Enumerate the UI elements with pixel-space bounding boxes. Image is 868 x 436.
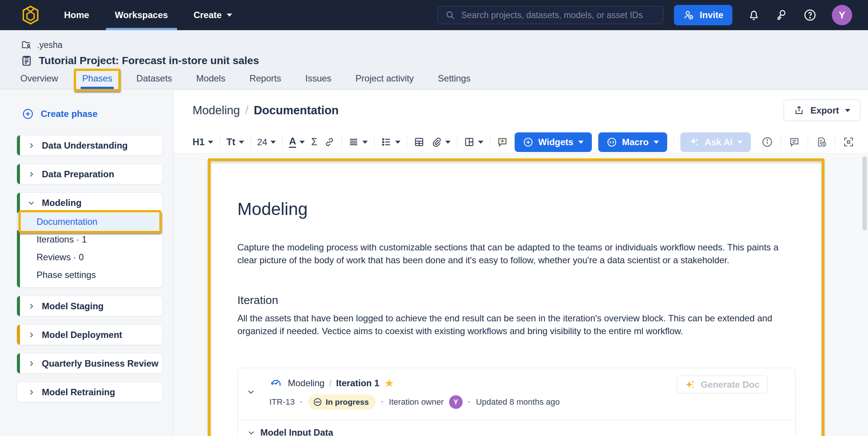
active-tab-underline — [81, 87, 114, 89]
create-phase-button[interactable]: Create phase — [22, 108, 173, 120]
info-button[interactable] — [761, 136, 773, 148]
chevron-down-icon — [845, 109, 850, 112]
chevron-down-icon — [478, 141, 483, 144]
page-title: Tutorial Project: Forecast in-store unit… — [39, 55, 259, 67]
global-search[interactable] — [437, 6, 663, 24]
invite-button[interactable]: Invite — [674, 5, 732, 25]
macro-button[interactable]: Macro — [598, 132, 667, 152]
document-annotation-highlight: Modeling Capture the modeling process wi… — [208, 158, 824, 436]
sidebar-item-phase-settings[interactable]: Phase settings — [17, 266, 162, 284]
plus-circle-icon — [22, 108, 34, 120]
breadcrumb: Modeling / Documentation — [193, 104, 339, 117]
editor-toolbar: H1 Tt 24 A Σ — [174, 131, 868, 154]
font-size-dropdown[interactable]: 24 — [257, 137, 276, 147]
add-comment-button[interactable] — [497, 136, 508, 148]
phase-status-accent — [17, 164, 20, 184]
fullscreen-icon — [843, 136, 854, 148]
chevron-down-icon — [737, 141, 743, 144]
info-icon — [761, 136, 773, 148]
tab-datasets[interactable]: Datasets — [135, 68, 174, 89]
document-title: Modeling — [237, 199, 795, 219]
iteration-loop-icon — [269, 376, 283, 390]
tab-settings[interactable]: Settings — [436, 68, 472, 89]
sidebar-item-iterations[interactable]: Iterations · 1 — [17, 230, 162, 248]
tab-project-activity[interactable]: Project activity — [354, 68, 416, 89]
notifications-bell-icon[interactable] — [747, 9, 760, 21]
owner-avatar[interactable]: Y — [449, 395, 463, 409]
chevron-down-icon — [270, 141, 276, 144]
vertical-scrollbar[interactable] — [862, 157, 867, 230]
user-avatar[interactable]: Y — [832, 5, 852, 25]
ask-ai-button[interactable]: Ask AI — [680, 132, 751, 152]
generate-doc-button[interactable]: Generate Doc — [677, 376, 767, 393]
formula-button[interactable]: Σ — [311, 136, 318, 148]
star-icon[interactable]: ★ — [384, 378, 394, 389]
document-page[interactable]: Modeling Capture the modeling process wi… — [211, 161, 822, 436]
sidebar-item-reviews[interactable]: Reviews · 0 — [17, 248, 162, 266]
phase-card-quarterly-business-review[interactable]: Quarterly Business Review — [17, 353, 163, 374]
text-color-dropdown[interactable]: A — [289, 136, 305, 148]
help-icon[interactable] — [803, 8, 817, 22]
chevron-down-icon — [227, 14, 232, 17]
toolbar-right-icons — [761, 135, 854, 149]
sparkle-icon — [689, 137, 700, 148]
layout-columns-dropdown[interactable] — [464, 137, 483, 147]
project-clipboard-icon — [20, 54, 33, 67]
model-input-data-section[interactable]: Model Input Data — [238, 420, 795, 436]
tab-issues[interactable]: Issues — [304, 68, 333, 89]
comments-panel-button[interactable] — [789, 136, 800, 148]
phase-card-modeling-header[interactable]: Modeling — [17, 193, 162, 213]
insert-table-button[interactable] — [414, 137, 425, 147]
card-divider — [238, 419, 795, 420]
chevron-down-icon — [445, 141, 451, 144]
api-key-icon[interactable] — [775, 9, 788, 21]
list-style-dropdown[interactable] — [381, 137, 400, 147]
chevron-right-icon — [28, 302, 35, 310]
phase-status-accent — [17, 296, 20, 316]
sparkle-icon — [685, 379, 696, 390]
chevron-down-icon — [239, 141, 244, 144]
phase-card-data-preparation[interactable]: Data Preparation — [17, 164, 163, 184]
fullscreen-button[interactable] — [843, 136, 854, 148]
tab-models[interactable]: Models — [195, 68, 227, 89]
iteration-breadcrumb: Modeling / Iteration 1 — [288, 378, 379, 388]
export-button[interactable]: Export — [784, 100, 860, 121]
widgets-button[interactable]: Widgets — [515, 132, 592, 152]
tab-phases[interactable]: Phases — [81, 68, 114, 89]
phase-card-model-deployment[interactable]: Model Deployment — [17, 324, 163, 345]
iteration-section-title: Iteration — [237, 294, 795, 307]
iteration-meta-row: ITR-13 · In progress · Iteration owner Y… — [269, 395, 785, 410]
sidebar-item-documentation[interactable]: Documentation — [17, 213, 162, 230]
phase-status-accent — [17, 353, 20, 373]
tab-overview[interactable]: Overview — [19, 68, 60, 89]
workspace-breadcrumb[interactable]: .yesha — [0, 30, 868, 51]
nav-item-workspaces[interactable]: Workspaces — [115, 0, 168, 30]
phase-card-model-staging[interactable]: Model Staging — [17, 296, 163, 316]
text-align-dropdown[interactable] — [348, 137, 368, 147]
heading-style-dropdown[interactable]: H1 — [193, 137, 213, 147]
nav-item-home[interactable]: Home — [64, 0, 89, 30]
tab-reports[interactable]: Reports — [248, 68, 283, 89]
phase-status-accent — [17, 135, 20, 155]
iteration-name[interactable]: Iteration 1 — [336, 378, 379, 388]
font-family-dropdown[interactable]: Tt — [226, 137, 244, 147]
breadcrumb-phase[interactable]: Modeling — [193, 104, 240, 117]
phase-card-model-retraining[interactable]: Model Retraining — [17, 382, 163, 402]
version-history-button[interactable] — [816, 136, 827, 148]
phase-card-data-understanding[interactable]: Data Understanding — [17, 135, 163, 156]
chevron-right-icon — [28, 142, 35, 149]
iteration-phase[interactable]: Modeling — [288, 378, 324, 388]
link-button[interactable] — [324, 137, 335, 147]
plus-circle-icon — [523, 137, 533, 147]
comment-plus-icon — [497, 136, 508, 148]
attachment-dropdown[interactable] — [431, 137, 451, 147]
project-title-row: Tutorial Project: Forecast in-store unit… — [0, 51, 868, 67]
search-input[interactable] — [461, 10, 656, 20]
collapse-chevron-icon[interactable] — [247, 388, 255, 396]
workspace-folder-icon — [21, 39, 32, 51]
nav-item-create[interactable]: Create — [194, 0, 232, 30]
columns-icon — [464, 137, 475, 147]
status-badge[interactable]: In progress — [308, 395, 376, 410]
project-header: .yesha Tutorial Project: Forecast in-sto… — [0, 30, 868, 89]
vectice-logo-icon[interactable] — [22, 6, 39, 25]
